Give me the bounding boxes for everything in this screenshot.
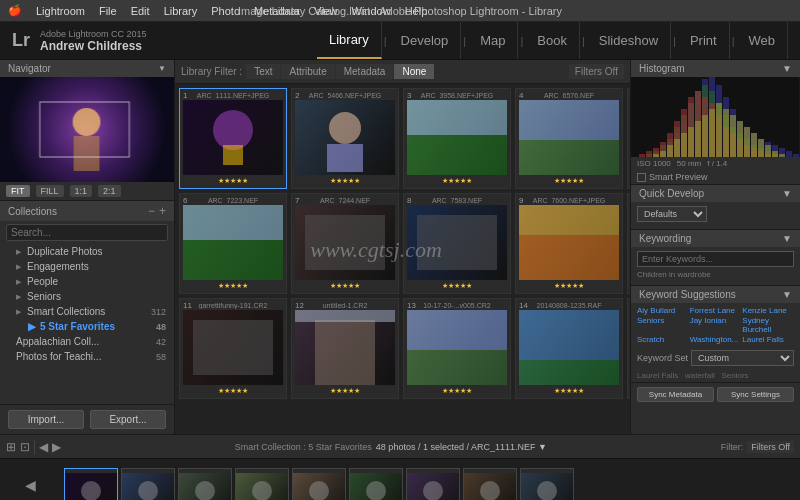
smart-preview-checkbox[interactable] xyxy=(637,173,646,182)
table-row[interactable]: 9 ARC_7600.NEF+JPEG ★★★★★ xyxy=(515,193,623,294)
table-row[interactable]: 1 ARC_1111.NEF+JPEG ★★★★★ xyxy=(179,88,287,189)
filmstrip-prev-btn[interactable]: ◀ xyxy=(25,477,36,493)
window-title: Image Library Catalog.lrcat - Adobe Phot… xyxy=(238,5,562,17)
table-row[interactable]: 13 10-17-20-...v005.CR2 ★★★★★ xyxy=(403,298,511,399)
kw-suggestion[interactable]: Kenzie Lane xyxy=(742,306,794,315)
table-row[interactable]: 8 ARC_7583.NEF ★★★★★ xyxy=(403,193,511,294)
kw-suggestions-header[interactable]: Keyword Suggestions ▼ xyxy=(631,286,800,303)
histogram-header[interactable]: Histogram ▼ xyxy=(631,60,800,77)
filter-label-toolbar: Filter: xyxy=(721,442,744,452)
table-row[interactable]: 6 ARC_7223.NEF ★★★★★ xyxy=(179,193,287,294)
coll-item-seniors[interactable]: ▶ Seniors xyxy=(0,289,174,304)
collections-plus-btn[interactable]: + xyxy=(159,204,166,218)
filmstrip-item[interactable]: ★★★★★ xyxy=(349,468,403,501)
module-web[interactable]: Web xyxy=(737,22,789,59)
aperture: f / 1.4 xyxy=(707,159,727,168)
nav-fill-btn[interactable]: FILL xyxy=(36,185,64,197)
module-book[interactable]: Book xyxy=(525,22,580,59)
module-library[interactable]: Library xyxy=(317,22,382,59)
photo-count-label: 48 photos / 1 selected / ARC_1111.NEF ▼ xyxy=(376,442,547,452)
filter-tab-text[interactable]: Text xyxy=(246,64,280,79)
navigator-header[interactable]: Navigator ▼ xyxy=(0,60,174,77)
nav-fit-btn[interactable]: FIT xyxy=(6,185,30,197)
table-row[interactable]: 3 ARC_3958.NEF+JPEG ★★★★★ xyxy=(403,88,511,189)
table-row[interactable]: 14 20140808-1235.RAF ★★★★★ xyxy=(515,298,623,399)
thumbnail-image xyxy=(519,310,619,385)
table-row[interactable]: 11 garrettifunny-191.CR2 ★★★★★ xyxy=(179,298,287,399)
nav-1-1-btn[interactable]: 1:1 xyxy=(70,185,93,197)
table-row[interactable]: 2 ARC_5466.NEF+JPEG ★★★★★ xyxy=(291,88,399,189)
coll-item-photos-teach[interactable]: Photos for Teachi... 58 xyxy=(0,349,174,364)
table-row[interactable]: 10 ARC_9644.NEF ★★★★★ xyxy=(627,193,630,294)
import-btn[interactable]: Import... xyxy=(8,410,84,429)
keyword-tags-input[interactable] xyxy=(637,251,794,267)
filter-tab-metadata[interactable]: Metadata xyxy=(336,64,394,79)
coll-item-duplicate[interactable]: ▶ Duplicate Photos xyxy=(0,244,174,259)
menu-edit[interactable]: Edit xyxy=(131,5,150,17)
kw-suggestion[interactable]: Jay Ionian xyxy=(690,316,742,334)
keywording-toggle-icon: ▼ xyxy=(782,233,792,244)
table-row[interactable]: 4 ARC_6576.NEF ★★★★★ xyxy=(515,88,623,189)
app-brand: Adobe Lightroom CC 2015 xyxy=(40,29,147,39)
table-row[interactable]: 7 ARC_7244.NEF ★★★★★ xyxy=(291,193,399,294)
nav-2-1-btn[interactable]: 2:1 xyxy=(98,185,121,197)
kw-suggestion[interactable]: Forrest Lane xyxy=(690,306,742,315)
sync-settings-btn[interactable]: Sync Settings xyxy=(717,387,794,402)
menu-file[interactable]: File xyxy=(99,5,117,17)
filmstrip-next-btn[interactable]: ▶ xyxy=(25,496,36,500)
coll-label: Engagements xyxy=(27,261,89,272)
coll-item-5star[interactable]: ▶ 5 Star Favorites 48 xyxy=(0,319,174,334)
collections-minus-btn[interactable]: − xyxy=(148,204,155,218)
filmstrip-item[interactable]: ★★★★★ xyxy=(64,468,118,501)
filmstrip-item[interactable]: ★★★★★ xyxy=(121,468,175,501)
filter-tab-attribute[interactable]: Attribute xyxy=(281,64,334,79)
kw-suggestion[interactable]: Laurel Falls xyxy=(742,335,794,344)
filmstrip-item[interactable]: ★★★★★ xyxy=(292,468,346,501)
coll-item-engagements[interactable]: ▶ Engagements xyxy=(0,259,174,274)
loupe-view-icon[interactable]: ⊡ xyxy=(20,440,30,454)
preset-select[interactable]: Defaults xyxy=(637,206,707,222)
app-branding: Adobe Lightroom CC 2015 Andrew Childress xyxy=(40,29,147,53)
kw-suggestion[interactable]: Washington... xyxy=(690,335,742,344)
coll-item-appalachian[interactable]: Appalachian Coll... 42 xyxy=(0,334,174,349)
app-logo: Lr xyxy=(12,30,30,51)
filters-off-btn[interactable]: Filters Off xyxy=(569,64,624,79)
module-slideshow[interactable]: Slideshow xyxy=(587,22,671,59)
keywording-header[interactable]: Keywording ▼ xyxy=(631,230,800,247)
export-btn[interactable]: Export... xyxy=(90,410,166,429)
filmstrip-item[interactable]: ★★★★★ xyxy=(463,468,517,501)
apple-menu[interactable]: 🍎 xyxy=(8,4,22,17)
table-row[interactable]: 15 20140808-1238.RAF ★★★★★ xyxy=(627,298,630,399)
module-map[interactable]: Map xyxy=(468,22,518,59)
next-icon[interactable]: ▶ xyxy=(52,440,61,454)
filmstrip-item[interactable]: ★★★★★ xyxy=(520,468,574,501)
quick-develop-header[interactable]: Quick Develop ▼ xyxy=(631,185,800,202)
prev-icon[interactable]: ◀ xyxy=(39,440,48,454)
filter-tab-none[interactable]: None xyxy=(394,64,434,79)
keywording-content: Children in wardrobe xyxy=(631,247,800,285)
keyword-set-select[interactable]: Custom xyxy=(691,350,794,366)
table-row[interactable]: 5 ARC_7094.NEF ★★★★★ xyxy=(627,88,630,189)
filmstrip: ◀ ▶ ★★★★★ ★★★★★ ★★★★★ ★★★★★ ★★★★★ ★★★★★ xyxy=(0,458,800,500)
menu-library[interactable]: Library xyxy=(164,5,198,17)
kw-suggestion[interactable]: Aly Bullard xyxy=(637,306,689,315)
sync-metadata-btn[interactable]: Sync Metadata xyxy=(637,387,714,402)
module-print[interactable]: Print xyxy=(678,22,730,59)
filmstrip-item[interactable]: ★★★★★ xyxy=(235,468,289,501)
navigator-image xyxy=(0,77,174,182)
menu-photo[interactable]: Photo xyxy=(211,5,240,17)
thumbnail-image xyxy=(183,100,283,175)
coll-item-smart[interactable]: ▶ Smart Collections 312 xyxy=(0,304,174,319)
kw-suggestion[interactable]: Seniors xyxy=(637,316,689,334)
kw-suggestion[interactable]: Sydney Burchell xyxy=(742,316,794,334)
filmstrip-item[interactable]: ★★★★★ xyxy=(178,468,232,501)
grid-view-icon[interactable]: ⊞ xyxy=(6,440,16,454)
collections-search[interactable] xyxy=(6,224,168,241)
table-row[interactable]: 12 untitled-1.CR2 ★★★★★ xyxy=(291,298,399,399)
coll-item-people[interactable]: ▶ People xyxy=(0,274,174,289)
module-develop[interactable]: Develop xyxy=(389,22,462,59)
filter-value-toolbar[interactable]: Filters Off xyxy=(747,441,794,453)
kw-suggestion[interactable]: Scratch xyxy=(637,335,689,344)
filmstrip-item[interactable]: ★★★★★ xyxy=(406,468,460,501)
menu-lightroom[interactable]: Lightroom xyxy=(36,5,85,17)
